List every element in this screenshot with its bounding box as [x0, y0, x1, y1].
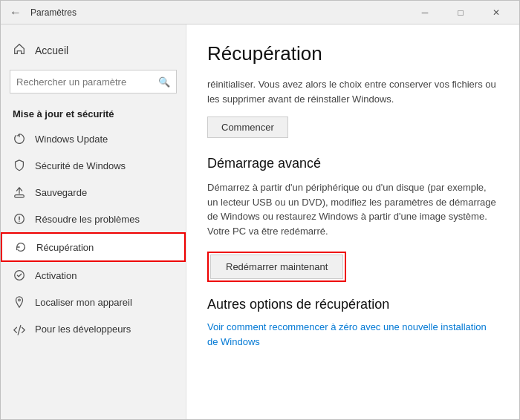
search-box[interactable]: 🔍	[10, 70, 177, 93]
commencer-button[interactable]: Commencer	[207, 117, 288, 138]
sidebar-item-activation[interactable]: Activation	[1, 262, 186, 289]
backup-label: Sauvegarde	[35, 187, 87, 198]
shield-icon	[13, 159, 26, 172]
sidebar-item-home[interactable]: Accueil	[1, 36, 186, 64]
advanced-start-heading: Démarrage avancé	[207, 156, 498, 171]
minimize-button[interactable]: ─	[408, 1, 442, 24]
other-options-link[interactable]: Voir comment recommencer à zéro avec une…	[207, 321, 487, 347]
windows-security-label: Sécurité de Windows	[35, 160, 126, 171]
troubleshoot-label: Résoudre les problèmes	[35, 214, 140, 225]
developers-icon	[13, 322, 26, 335]
restart-button[interactable]: Redémarrer maintenant	[210, 255, 343, 279]
update-icon	[13, 132, 26, 145]
activation-icon	[13, 269, 26, 282]
home-label: Accueil	[35, 45, 68, 56]
sidebar-item-windows-update[interactable]: Windows Update	[1, 125, 186, 152]
home-icon	[13, 42, 26, 58]
back-button[interactable]: ←	[7, 4, 25, 22]
close-button[interactable]: ✕	[479, 1, 513, 24]
window-controls: ─ □ ✕	[408, 1, 513, 24]
maximize-button[interactable]: □	[443, 1, 478, 24]
sidebar: Accueil 🔍 Mise à jour et sécurité Window…	[1, 24, 186, 419]
svg-point-3	[15, 271, 25, 280]
recovery-icon	[14, 240, 27, 254]
backup-icon	[13, 186, 26, 199]
svg-point-4	[19, 299, 21, 301]
page-title: Récupération	[207, 42, 498, 65]
sidebar-item-windows-security[interactable]: Sécurité de Windows	[1, 152, 186, 179]
titlebar: ← Paramètres ─ □ ✕	[1, 1, 519, 24]
settings-window: ← Paramètres ─ □ ✕ Accueil 🔍 Mise	[0, 0, 520, 420]
location-icon	[13, 295, 26, 309]
main-content: Accueil 🔍 Mise à jour et sécurité Window…	[1, 24, 519, 419]
find-device-label: Localiser mon appareil	[35, 297, 132, 308]
svg-point-2	[19, 220, 19, 221]
advanced-start-text: Démarrez à partir d'un périphérique ou d…	[207, 180, 498, 238]
windows-update-label: Windows Update	[35, 134, 108, 145]
developers-label: Pour les développeurs	[35, 324, 131, 335]
sidebar-item-backup[interactable]: Sauvegarde	[1, 179, 186, 206]
other-options-heading: Autres options de récupération	[207, 297, 498, 312]
sidebar-item-find-device[interactable]: Localiser mon appareil	[1, 289, 186, 315]
sidebar-item-troubleshoot[interactable]: Résoudre les problèmes	[1, 206, 186, 232]
sidebar-item-developers[interactable]: Pour les développeurs	[1, 315, 186, 342]
reinitialize-text: réinitialiser. Vous avez alors le choix …	[207, 77, 498, 106]
activation-label: Activation	[35, 270, 77, 281]
sidebar-section-title: Mise à jour et sécurité	[1, 105, 186, 125]
search-icon: 🔍	[158, 76, 170, 88]
restart-btn-container: Redémarrer maintenant	[207, 252, 346, 282]
svg-line-5	[18, 326, 21, 335]
titlebar-title: Paramètres	[30, 7, 77, 18]
search-input[interactable]	[16, 76, 158, 88]
right-panel: Récupération réinitialiser. Vous avez al…	[186, 24, 519, 419]
recovery-label: Récupération	[36, 242, 94, 253]
troubleshoot-icon	[13, 212, 26, 226]
sidebar-item-recovery[interactable]: Récupération	[1, 232, 186, 262]
